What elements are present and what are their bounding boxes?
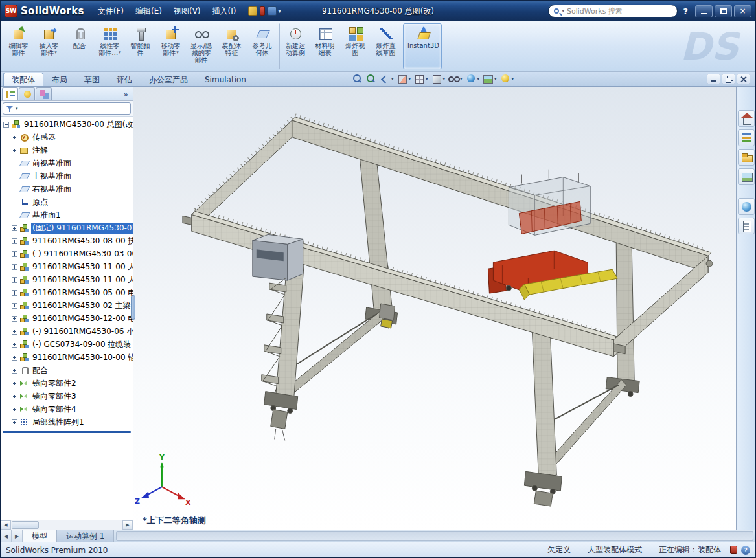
ribbon-button[interactable]: 爆炸视 图▾ bbox=[340, 23, 371, 69]
tree-filter-input[interactable] bbox=[20, 104, 128, 113]
headsup-tool-button[interactable]: ▾ bbox=[350, 73, 364, 84]
headsup-tool-button[interactable]: ▾ bbox=[395, 73, 413, 84]
graphics-viewport[interactable]: Y X Z *上下二等角轴测 bbox=[133, 87, 736, 530]
search-dropdown-icon[interactable]: ▾ bbox=[562, 8, 564, 14]
panel-tab[interactable] bbox=[2, 87, 18, 100]
tree-expander[interactable] bbox=[12, 407, 17, 412]
ribbon-tab[interactable]: 草图 bbox=[76, 73, 108, 86]
dropdown-chevron-icon[interactable]: ▾ bbox=[409, 76, 411, 82]
tree-expander[interactable] bbox=[12, 251, 17, 257]
headsup-tool-button[interactable]: ▾ bbox=[481, 73, 498, 84]
tree-expander[interactable] bbox=[12, 381, 17, 386]
tree-expander[interactable] bbox=[12, 342, 17, 348]
tree-item[interactable]: 911601RMG4530-12-00 电 bbox=[1, 312, 133, 325]
document-mode-tab[interactable]: 运动算例 1 bbox=[57, 530, 114, 542]
quick-toolbar-icon[interactable] bbox=[248, 6, 257, 16]
status-bar-icon[interactable] bbox=[730, 546, 737, 554]
dropdown-chevron-icon[interactable]: ▾ bbox=[512, 76, 514, 82]
dropdown-chevron-icon[interactable]: ▾ bbox=[443, 76, 446, 82]
tree-item[interactable]: 镜向零部件2 bbox=[1, 377, 133, 390]
ribbon-button[interactable]: 移动零 部件▾ bbox=[155, 23, 186, 69]
scroll-left-icon[interactable]: ◀ bbox=[1, 520, 11, 530]
tree-expander[interactable] bbox=[12, 394, 17, 399]
tree-item[interactable]: (-) 911601RMG4530-03-00 bbox=[1, 247, 133, 260]
scroll-right-icon[interactable]: ▶ bbox=[122, 520, 133, 530]
task-pane-tab-icon[interactable] bbox=[738, 129, 755, 146]
tree-item[interactable]: 911601RMG4530-10-00 锚 bbox=[1, 351, 133, 364]
tree-expander[interactable] bbox=[12, 368, 17, 374]
tree-expander[interactable] bbox=[12, 148, 17, 153]
dropdown-chevron-icon[interactable]: ▾ bbox=[176, 49, 179, 56]
tree-item[interactable]: 前视基准面 bbox=[1, 157, 133, 170]
ribbon-button[interactable]: 新建运 动算例▾ bbox=[279, 23, 310, 69]
tree-expander[interactable] bbox=[12, 303, 17, 309]
panel-horizontal-scrollbar[interactable]: ◀ ▶ bbox=[1, 520, 133, 530]
ribbon-button[interactable]: 显示/隐 藏的零▾ 部件 bbox=[186, 23, 216, 69]
tree-item[interactable]: 上视基准面 bbox=[1, 170, 133, 183]
task-pane-tab-icon[interactable] bbox=[738, 110, 755, 127]
ribbon-button[interactable]: 插入零 部件▾ bbox=[34, 23, 64, 69]
dropdown-chevron-icon[interactable]: ▾ bbox=[119, 49, 121, 56]
headsup-tool-button[interactable]: ▾ bbox=[430, 73, 447, 84]
search-box[interactable]: ▾ bbox=[548, 5, 678, 17]
tree-expander[interactable] bbox=[12, 419, 17, 425]
help-icon[interactable]: ? bbox=[683, 6, 688, 16]
tree-expander[interactable] bbox=[12, 290, 17, 296]
panel-tab[interactable] bbox=[36, 87, 52, 100]
tree-expander[interactable] bbox=[12, 355, 17, 361]
task-pane-tab-icon[interactable] bbox=[738, 218, 755, 234]
document-window-button[interactable] bbox=[707, 74, 720, 84]
ribbon-button[interactable]: 爆炸直 线草图▾ bbox=[371, 23, 401, 69]
tree-item[interactable]: (-) GCS0734-09-00 拉缆装 bbox=[1, 338, 133, 351]
tab-scroll-button[interactable]: ▶ bbox=[12, 530, 23, 542]
dropdown-chevron-icon[interactable]: ▾ bbox=[426, 76, 428, 82]
ribbon-tab[interactable]: 装配体 bbox=[3, 73, 43, 86]
tree-item[interactable]: 镜向零部件4 bbox=[1, 403, 133, 416]
status-bar-icon[interactable] bbox=[741, 546, 750, 555]
menu-item[interactable]: 编辑(E) bbox=[130, 4, 168, 19]
tab-scroll-button[interactable]: ◀ bbox=[1, 530, 12, 542]
filter-dropdown-icon[interactable]: ▾ bbox=[16, 106, 18, 111]
tree-item[interactable]: 911601RMG4530-00 总图(改 bbox=[1, 118, 133, 131]
tree-item[interactable]: 注解 bbox=[1, 144, 133, 157]
dropdown-chevron-icon[interactable]: ▾ bbox=[54, 49, 57, 56]
tree-item[interactable]: (固定) 911601RMG4530-01 bbox=[1, 221, 133, 234]
ribbon-button[interactable]: Instant3D ▾ bbox=[403, 23, 442, 69]
panel-splitter-handle[interactable] bbox=[131, 295, 135, 320]
headsup-tool-button[interactable]: ▾ bbox=[446, 73, 464, 84]
tree-item[interactable]: 局部线性阵列1 bbox=[1, 416, 133, 429]
ribbon-button[interactable]: 材料明 细表▾ bbox=[310, 23, 340, 69]
crane-assembly-model[interactable]: Y X Z bbox=[133, 87, 736, 530]
panel-tab[interactable] bbox=[19, 87, 35, 100]
tree-filter-box[interactable]: ▾ bbox=[3, 102, 131, 115]
ribbon-tab[interactable]: 办公室产品 bbox=[141, 73, 196, 86]
document-window-button[interactable] bbox=[737, 74, 750, 84]
toolbar-options-chevron-icon[interactable]: ▾ bbox=[278, 8, 281, 14]
menu-item[interactable]: 文件(F) bbox=[92, 4, 130, 19]
ribbon-button[interactable]: 编辑零 部件▾ bbox=[3, 23, 34, 69]
headsup-tool-button[interactable]: ▾ bbox=[412, 73, 430, 84]
tree-item[interactable]: 911601RMG4530-11-00 大 bbox=[1, 273, 133, 286]
menu-item[interactable]: 视图(V) bbox=[168, 4, 207, 19]
tree-expander[interactable] bbox=[12, 264, 17, 270]
tree-expander[interactable] bbox=[12, 329, 17, 335]
minimize-button[interactable] bbox=[695, 5, 713, 17]
task-pane-tab-icon[interactable] bbox=[738, 149, 755, 166]
search-input[interactable] bbox=[567, 7, 672, 16]
tree-item[interactable]: 镜向零部件3 bbox=[1, 390, 133, 403]
tree-expander[interactable] bbox=[3, 122, 9, 128]
scrollbar-thumb[interactable] bbox=[12, 521, 39, 529]
tree-item[interactable]: 右视基准面 bbox=[1, 183, 133, 195]
ribbon-button[interactable]: 智能扣 件▾ bbox=[125, 23, 155, 69]
tree-item[interactable]: 传感器 bbox=[1, 131, 133, 144]
headsup-tool-button[interactable]: ▾ bbox=[498, 73, 516, 84]
tree-item[interactable]: 911601RMG4530-02 主梁 bbox=[1, 299, 133, 312]
quick-toolbar-icon[interactable] bbox=[260, 6, 265, 16]
tree-expander[interactable] bbox=[12, 225, 17, 231]
tree-item[interactable]: 911601RMG4530-08-00 扶 bbox=[1, 234, 133, 247]
tree-item[interactable]: 基准面1 bbox=[1, 208, 133, 221]
tree-expander[interactable] bbox=[12, 238, 17, 244]
quick-toolbar-icon[interactable] bbox=[268, 6, 277, 16]
task-pane-tab-icon[interactable] bbox=[738, 198, 755, 215]
tree-expander[interactable] bbox=[12, 277, 17, 283]
